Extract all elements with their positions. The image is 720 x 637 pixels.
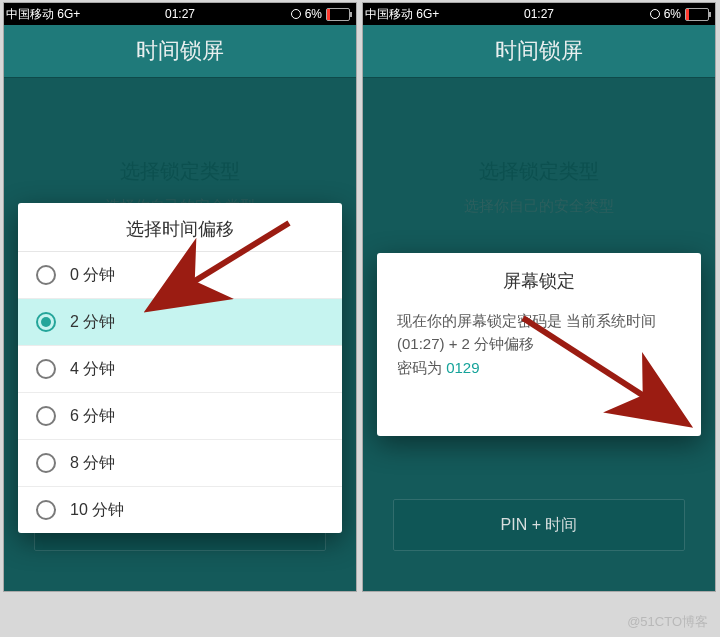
radio-icon	[36, 500, 56, 520]
dialog-title: 选择时间偏移	[18, 203, 342, 252]
pin-time-button-label: PIN + 时间	[501, 515, 578, 536]
status-bar: 中国移动 6G+ 01:27 6%	[4, 3, 356, 25]
status-carrier: 中国移动 6G+	[6, 6, 80, 23]
watermark: @51CTO博客	[627, 613, 708, 631]
offset-label: 10 分钟	[70, 500, 124, 521]
battery-icon	[326, 8, 350, 21]
app-header: 时间锁屏	[4, 25, 356, 78]
phone-left: 中国移动 6G+ 01:27 6% 时间锁屏 选择锁定类型 选择你自己的安全类型…	[3, 2, 357, 592]
background-content: 选择锁定类型 选择你自己的安全类型	[363, 158, 715, 216]
alert-confirm-button[interactable]: 确定	[397, 401, 681, 422]
offset-label: 0 分钟	[70, 265, 115, 286]
bg-title: 选择锁定类型	[363, 158, 715, 185]
offset-label: 2 分钟	[70, 312, 115, 333]
offset-label: 6 分钟	[70, 406, 115, 427]
status-bar: 中国移动 6G+ 01:27 6%	[363, 3, 715, 25]
radio-icon	[36, 453, 56, 473]
offset-label: 8 分钟	[70, 453, 115, 474]
alert-title: 屏幕锁定	[397, 269, 681, 293]
app-title: 时间锁屏	[136, 36, 224, 66]
app-title: 时间锁屏	[495, 36, 583, 66]
status-battery-text: 6%	[664, 7, 681, 21]
app-header: 时间锁屏	[363, 25, 715, 78]
radio-icon	[36, 406, 56, 426]
battery-icon	[685, 8, 709, 21]
status-carrier: 中国移动 6G+	[365, 6, 439, 23]
battery-ring-icon	[650, 9, 660, 19]
phone-right: 中国移动 6G+ 01:27 6% 时间锁屏 选择锁定类型 选择你自己的安全类型…	[362, 2, 716, 592]
radio-icon	[36, 359, 56, 379]
status-time: 01:27	[165, 7, 195, 21]
alert-body-pwd-code: 0129	[446, 359, 479, 376]
status-battery-text: 6%	[305, 7, 322, 21]
offset-option-8[interactable]: 8 分钟	[18, 440, 342, 487]
bg-subtitle: 选择你自己的安全类型	[363, 197, 715, 216]
offset-label: 4 分钟	[70, 359, 115, 380]
offset-option-10[interactable]: 10 分钟	[18, 487, 342, 533]
alert-body-text: 现在你的屏幕锁定密码是 当前系统时间 (01:27) + 2 分钟偏移	[397, 312, 656, 352]
alert-confirm-label: 确定	[645, 402, 677, 419]
offset-option-6[interactable]: 6 分钟	[18, 393, 342, 440]
bg-title: 选择锁定类型	[4, 158, 356, 185]
radio-icon	[36, 312, 56, 332]
offset-option-2[interactable]: 2 分钟	[18, 299, 342, 346]
battery-ring-icon	[291, 9, 301, 19]
pin-time-button[interactable]: PIN + 时间	[393, 499, 685, 551]
alert-body-pwd-label: 密码为	[397, 359, 446, 376]
offset-option-4[interactable]: 4 分钟	[18, 346, 342, 393]
alert-body: 现在你的屏幕锁定密码是 当前系统时间 (01:27) + 2 分钟偏移 密码为 …	[397, 309, 681, 379]
status-time: 01:27	[524, 7, 554, 21]
offset-option-0[interactable]: 0 分钟	[18, 252, 342, 299]
radio-icon	[36, 265, 56, 285]
time-offset-dialog: 选择时间偏移 0 分钟 2 分钟 4 分钟 6 分钟 8 分钟	[18, 203, 342, 533]
screen-lock-dialog: 屏幕锁定 现在你的屏幕锁定密码是 当前系统时间 (01:27) + 2 分钟偏移…	[377, 253, 701, 436]
